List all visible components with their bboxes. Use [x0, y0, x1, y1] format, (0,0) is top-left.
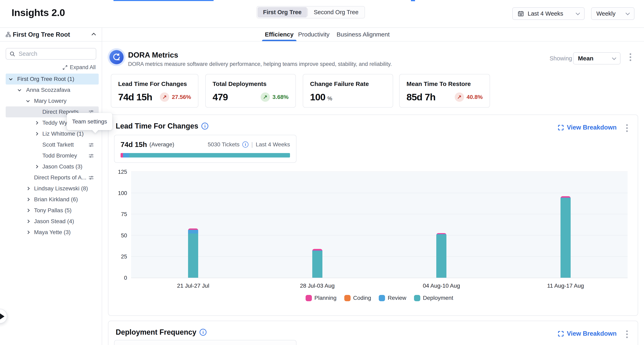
tree-item-direct-reports-of-a[interactable]: Direct Reports of A... — [6, 172, 99, 183]
metric-delta-value: 27.56% — [172, 94, 191, 100]
phase-segment-review — [123, 153, 129, 158]
aggregation-value: Mean — [578, 55, 612, 62]
calendar-icon — [518, 10, 524, 17]
tree-item-label: Tony Pallas (5) — [34, 207, 72, 214]
search-input[interactable] — [18, 50, 79, 57]
legend-item-deployment[interactable]: Deployment — [414, 295, 453, 301]
info-icon[interactable]: i — [242, 142, 248, 148]
y-axis-tick: 125 — [108, 169, 127, 175]
x-axis-label: 11 Aug-17 Aug — [533, 282, 598, 289]
main-tab-bar: Efficiency Productivity Business Alignme… — [102, 28, 644, 42]
gridline — [131, 214, 628, 214]
org-tree-sidebar: First Org Tree Root Expand All First Org… — [0, 28, 102, 345]
metric-delta-value: 40.8% — [467, 94, 483, 100]
chevron-right-icon[interactable] — [26, 209, 30, 212]
toggle-second-org-tree[interactable]: Second Org Tree — [308, 7, 364, 18]
deployment-summary-box — [114, 340, 296, 345]
bar-segment-deployment — [560, 198, 571, 278]
tab-label: Business Alignment — [336, 31, 390, 38]
gridline — [131, 256, 628, 256]
toggle-first-org-tree[interactable]: First Org Tree — [258, 7, 307, 18]
metric-delta: ↗27.56% — [160, 92, 191, 102]
view-breakdown-link[interactable]: View Breakdown — [558, 330, 617, 337]
view-breakdown-label: View Breakdown — [567, 330, 617, 337]
tree-item-brian-kirkland-6[interactable]: Brian Kirkland (6) — [6, 194, 99, 205]
team-settings-icon[interactable] — [88, 153, 94, 159]
average-suffix: (Average) — [149, 141, 174, 148]
y-axis-tick: 50 — [108, 232, 127, 239]
legend-label: Planning — [314, 295, 336, 301]
chevron-right-icon[interactable] — [35, 121, 38, 125]
team-settings-tooltip: Team settings — [67, 113, 112, 130]
x-axis-label: 04 Aug-10 Aug — [409, 282, 474, 289]
tree-item-jason-coats-3[interactable]: Jason Coats (3) — [6, 161, 99, 172]
stacked-bar-04-aug-10-aug[interactable] — [436, 233, 446, 278]
chevron-down-icon[interactable] — [9, 77, 12, 80]
team-settings-icon[interactable] — [88, 142, 94, 148]
date-range-select[interactable]: Last 4 Weeks — [512, 7, 585, 20]
bar-segment-review — [188, 230, 198, 234]
dora-section-subtitle: DORA metrics measure software delivery p… — [128, 61, 392, 67]
period-label: Last 4 Weeks — [256, 141, 290, 148]
chevron-up-icon[interactable] — [92, 33, 96, 37]
sidebar-header[interactable]: First Org Tree Root — [0, 28, 102, 42]
org-chart-icon — [5, 32, 11, 38]
panel-kebab-menu[interactable] — [624, 330, 630, 338]
gridline — [131, 235, 628, 236]
panel-kebab-menu[interactable] — [624, 124, 630, 132]
tree-item-jason-stead-4[interactable]: Jason Stead (4) — [6, 216, 99, 227]
gridline — [131, 172, 628, 172]
tree-item-mary-lowery[interactable]: Mary Lowery — [6, 96, 99, 106]
tab-productivity[interactable]: Productivity — [298, 28, 330, 41]
tree-item-anna-scozzafava[interactable]: Anna Scozzafava — [6, 84, 99, 96]
tree-item-maya-yette-3[interactable]: Maya Yette (3) — [6, 227, 99, 238]
aggregation-select[interactable]: Mean — [573, 52, 620, 64]
chevron-right-icon[interactable] — [35, 132, 38, 136]
metric-value: 74d 15h — [118, 92, 152, 102]
stacked-bar-28-jul-03-aug[interactable] — [312, 249, 322, 278]
dora-kebab-menu[interactable] — [628, 53, 634, 61]
toggle-divider — [308, 8, 308, 16]
chevron-right-icon[interactable] — [26, 231, 30, 234]
info-icon[interactable]: i — [202, 123, 208, 130]
tree-item-todd-bromley[interactable]: Todd Bromley — [6, 150, 99, 161]
view-breakdown-link[interactable]: View Breakdown — [558, 124, 617, 131]
chevron-down-icon — [576, 11, 580, 15]
tree-item-tony-pallas-5[interactable]: Tony Pallas (5) — [6, 205, 99, 216]
stacked-bar-21-jul-27-jul[interactable] — [188, 228, 198, 278]
org-tree-toggle[interactable]: First Org Tree Second Org Tree — [256, 6, 365, 18]
trend-up-arrow-icon: ↗ — [455, 92, 464, 102]
chevron-right-icon[interactable] — [35, 165, 38, 168]
metric-card-title: Total Deployments — [212, 80, 288, 87]
sidebar-search[interactable] — [6, 48, 96, 60]
tree-item-first-org-tree-root-1[interactable]: First Org Tree Root (1) — [6, 74, 99, 84]
stacked-bar-11-aug-17-aug[interactable] — [560, 196, 571, 278]
granularity-select[interactable]: Weekly — [591, 7, 634, 20]
expand-all-button[interactable]: Expand All — [62, 64, 96, 70]
tab-business-alignment[interactable]: Business Alignment — [336, 28, 390, 41]
chevron-down-icon[interactable] — [18, 88, 21, 92]
tree-item-lindsay-liszewski-8[interactable]: Lindsay Liszewski (8) — [6, 183, 99, 194]
chevron-down-icon — [626, 11, 630, 15]
info-icon[interactable]: i — [200, 329, 206, 336]
date-range-value: Last 4 Weeks — [528, 10, 573, 17]
phase-segment-deployment — [129, 153, 290, 158]
x-axis-label: 28 Jul-03 Aug — [285, 282, 350, 289]
chevron-right-icon[interactable] — [26, 220, 30, 223]
metric-card-title: Change Failure Rate — [310, 80, 386, 87]
chevron-right-icon[interactable] — [26, 198, 30, 201]
chevron-down-icon[interactable] — [26, 99, 30, 102]
legend-item-review[interactable]: Review — [379, 295, 406, 301]
chevron-right-icon[interactable] — [26, 187, 30, 190]
tree-item-scott-tarkett[interactable]: Scott Tarkett — [6, 139, 99, 150]
legend-swatch — [379, 295, 385, 301]
tree-item-label: Jason Coats (3) — [42, 164, 82, 170]
team-settings-icon[interactable] — [88, 175, 94, 181]
tab-efficiency[interactable]: Efficiency — [265, 28, 294, 41]
legend-item-coding[interactable]: Coding — [344, 295, 371, 301]
legend-swatch — [306, 295, 312, 301]
tree-item-label: Liz Whittome (1) — [42, 130, 84, 137]
phase-distribution-bar — [120, 153, 290, 158]
legend-item-planning[interactable]: Planning — [306, 295, 336, 301]
tree-item-label: Anna Scozzafava — [26, 87, 70, 93]
